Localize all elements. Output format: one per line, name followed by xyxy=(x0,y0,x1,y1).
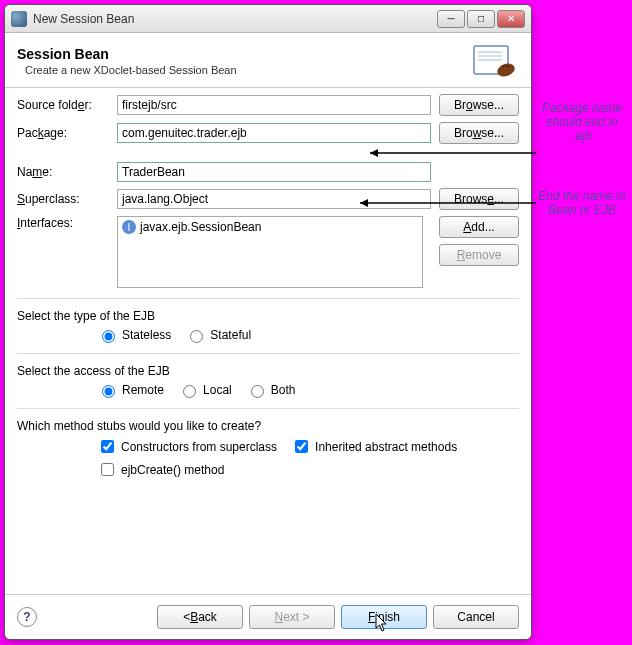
button-bar: ? < Back Next > Finish Cancel xyxy=(5,594,531,639)
interface-item-label: javax.ejb.SessionBean xyxy=(140,220,261,234)
browse-source-button[interactable]: Browse... xyxy=(439,94,519,116)
interfaces-label: Interfaces: xyxy=(17,216,117,230)
header-title: Session Bean xyxy=(17,46,471,62)
check-constructors[interactable]: Constructors from superclass xyxy=(97,437,277,456)
method-stubs-checks: Constructors from superclass Inherited a… xyxy=(97,437,519,456)
add-interface-button[interactable]: Add... xyxy=(439,216,519,238)
check-abstract[interactable]: Inherited abstract methods xyxy=(291,437,457,456)
cancel-button[interactable]: Cancel xyxy=(433,605,519,629)
radio-local-input[interactable] xyxy=(183,385,196,398)
form-area: Source folder: Browse... Package: Browse… xyxy=(5,88,531,479)
window-title: New Session Bean xyxy=(33,12,437,26)
interface-item[interactable]: I javax.ejb.SessionBean xyxy=(120,219,420,235)
ejb-type-title: Select the type of the EJB xyxy=(17,309,519,323)
dialog-header: Session Bean Create a new XDoclet-based … xyxy=(5,33,531,88)
minimize-button[interactable]: ─ xyxy=(437,10,465,28)
source-folder-input[interactable] xyxy=(117,95,431,115)
maximize-button[interactable]: □ xyxy=(467,10,495,28)
radio-stateful[interactable]: Stateful xyxy=(185,327,251,343)
cursor-icon xyxy=(375,613,389,633)
radio-local[interactable]: Local xyxy=(178,382,232,398)
superclass-label: Superclass: xyxy=(17,192,117,206)
browse-package-button[interactable]: Browse... xyxy=(439,122,519,144)
window-controls: ─ □ ✕ xyxy=(437,10,525,28)
ejb-access-radios: Remote Local Both xyxy=(97,382,519,398)
interfaces-list[interactable]: I javax.ejb.SessionBean xyxy=(117,216,423,288)
back-button[interactable]: < Back xyxy=(157,605,243,629)
close-button[interactable]: ✕ xyxy=(497,10,525,28)
package-label: Package: xyxy=(17,126,117,140)
radio-stateful-input[interactable] xyxy=(190,330,203,343)
bean-icon xyxy=(471,41,519,81)
name-label: Name: xyxy=(17,165,117,179)
remove-interface-button[interactable]: Remove xyxy=(439,244,519,266)
radio-both-input[interactable] xyxy=(251,385,264,398)
check-constructors-input[interactable] xyxy=(101,440,114,453)
titlebar: New Session Bean ─ □ ✕ xyxy=(5,5,531,33)
ejb-access-title: Select the access of the EJB xyxy=(17,364,519,378)
dialog-window: New Session Bean ─ □ ✕ Session Bean Crea… xyxy=(4,4,532,640)
source-folder-label: Source folder: xyxy=(17,98,117,112)
name-input[interactable] xyxy=(117,162,431,182)
radio-remote[interactable]: Remote xyxy=(97,382,164,398)
browse-superclass-button[interactable]: Browse... xyxy=(439,188,519,210)
next-button: Next > xyxy=(249,605,335,629)
radio-stateless-input[interactable] xyxy=(102,330,115,343)
ejb-type-radios: Stateless Stateful xyxy=(97,327,519,343)
interface-icon: I xyxy=(122,220,136,234)
app-icon xyxy=(11,11,27,27)
annotation-name: End the name in Bean or EJB xyxy=(536,190,628,218)
method-stubs-title: Which method stubs would you like to cre… xyxy=(17,419,519,433)
help-button[interactable]: ? xyxy=(17,607,37,627)
annotation-package: Package name should end in .ejb xyxy=(536,102,628,143)
radio-remote-input[interactable] xyxy=(102,385,115,398)
check-abstract-input[interactable] xyxy=(295,440,308,453)
header-subtitle: Create a new XDoclet-based Session Bean xyxy=(25,64,471,76)
check-ejbcreate-input[interactable] xyxy=(101,463,114,476)
superclass-input[interactable] xyxy=(117,189,431,209)
package-input[interactable] xyxy=(117,123,431,143)
check-ejbcreate[interactable]: ejbCreate() method xyxy=(97,460,224,479)
radio-both[interactable]: Both xyxy=(246,382,296,398)
radio-stateless[interactable]: Stateless xyxy=(97,327,171,343)
